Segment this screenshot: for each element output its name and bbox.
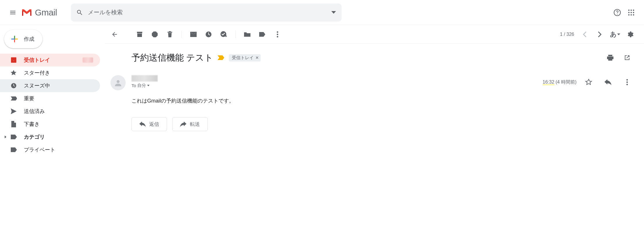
svg-point-2: [631, 9, 632, 11]
svg-point-19: [627, 84, 628, 85]
inbox-chip-label: 受信トレイ: [232, 55, 254, 61]
caret-right-icon: [5, 135, 6, 138]
sidebar: 作成 受信トレイ スター付き スヌーズ中 重要 送信済み: [0, 25, 105, 156]
chip-remove-icon[interactable]: ✕: [255, 55, 259, 60]
mail-unread-icon: [190, 31, 197, 37]
message-subject: 予約送信機能 テスト: [131, 52, 213, 64]
star-message-button[interactable]: [582, 75, 596, 89]
sidebar-item-drafts[interactable]: 下書き: [0, 118, 100, 131]
settings-button[interactable]: [623, 27, 637, 41]
open-new-icon: [624, 54, 630, 61]
archive-icon: [136, 31, 143, 38]
send-icon: [10, 108, 17, 115]
sidebar-item-private[interactable]: プライベート: [0, 143, 100, 156]
spam-button[interactable]: [148, 27, 162, 41]
star-icon: [10, 70, 17, 76]
message-time: 16:32: [543, 80, 554, 84]
reply-button[interactable]: 返信: [131, 117, 167, 131]
separator: [182, 31, 182, 38]
sender-name-redacted: [131, 75, 158, 82]
to-prefix: To: [131, 83, 136, 88]
sidebar-item-label: 受信トレイ: [24, 57, 76, 64]
mark-unread-button[interactable]: [186, 27, 200, 41]
svg-point-9: [633, 14, 634, 15]
sidebar-item-categories[interactable]: カテゴリ: [0, 131, 100, 143]
to-target: 自分: [137, 83, 146, 88]
reply-icon: [139, 121, 146, 127]
main-menu-button[interactable]: [6, 6, 20, 20]
sidebar-item-label: 送信済み: [24, 108, 93, 115]
message-more-button[interactable]: [620, 75, 634, 89]
compose-label: 作成: [24, 36, 34, 43]
google-apps-button[interactable]: [624, 6, 638, 20]
inbox-icon: [10, 57, 17, 63]
sidebar-item-label: 下書き: [24, 121, 93, 128]
older-button[interactable]: [578, 27, 592, 41]
sidebar-item-inbox[interactable]: 受信トレイ: [0, 54, 100, 66]
labels-button[interactable]: [255, 27, 269, 41]
move-button[interactable]: [240, 27, 254, 41]
sidebar-item-starred[interactable]: スター付き: [0, 66, 100, 79]
open-new-window-button[interactable]: [620, 51, 634, 65]
draft-icon: [11, 121, 17, 127]
gmail-logo-text: Gmail: [35, 8, 57, 17]
input-language-indicator: あ: [610, 30, 617, 39]
star-outline-icon: [585, 79, 592, 86]
svg-point-4: [628, 12, 630, 13]
sidebar-item-label: スター付き: [24, 69, 93, 76]
gear-icon: [627, 31, 634, 38]
compose-button[interactable]: 作成: [4, 30, 42, 48]
back-button[interactable]: [108, 27, 122, 41]
forward-button[interactable]: 転送: [172, 117, 208, 131]
caret-down-icon: [617, 34, 620, 35]
more-button[interactable]: [271, 27, 284, 41]
snooze-button[interactable]: [202, 27, 216, 41]
help-icon: [613, 9, 621, 16]
svg-point-18: [627, 82, 628, 83]
trash-icon: [167, 31, 173, 38]
svg-point-7: [628, 14, 630, 15]
svg-point-14: [277, 34, 278, 35]
menu-icon: [9, 9, 16, 16]
sidebar-item-label: カテゴリ: [24, 133, 93, 140]
input-tools-button[interactable]: あ: [608, 27, 622, 41]
svg-point-17: [627, 79, 628, 81]
importance-marker[interactable]: [217, 55, 225, 60]
search-options-icon[interactable]: [331, 10, 336, 15]
delete-button[interactable]: [163, 27, 177, 41]
gmail-logo[interactable]: Gmail: [21, 8, 57, 17]
gmail-logo-icon: [21, 8, 33, 17]
sidebar-item-important[interactable]: 重要: [0, 92, 100, 105]
sidebar-item-sent[interactable]: 送信済み: [0, 105, 100, 118]
sidebar-item-snoozed[interactable]: スヌーズ中: [0, 79, 100, 92]
sender-avatar[interactable]: [111, 75, 126, 90]
forward-icon: [180, 121, 186, 127]
search-box[interactable]: [71, 3, 341, 22]
svg-point-3: [633, 9, 634, 11]
svg-point-15: [277, 36, 278, 37]
sidebar-item-label: プライベート: [24, 146, 93, 153]
search-input[interactable]: [88, 9, 326, 16]
more-vert-icon: [277, 31, 278, 38]
clock-icon: [205, 31, 212, 38]
move-to-icon: [244, 31, 251, 37]
inbox-chip[interactable]: 受信トレイ ✕: [229, 54, 261, 61]
apps-grid-icon: [628, 9, 634, 16]
label-icon: [10, 147, 17, 152]
arrow-left-icon: [111, 31, 118, 38]
sidebar-item-label: スヌーズ中: [24, 82, 93, 89]
archive-button[interactable]: [133, 27, 147, 41]
svg-point-8: [631, 14, 632, 15]
content-area: 1 / 326 あ 予約送信機能 テスト: [105, 25, 644, 156]
newer-button[interactable]: [593, 27, 607, 41]
print-button[interactable]: [603, 51, 617, 65]
report-spam-icon: [152, 31, 158, 38]
sender-to-line[interactable]: To 自分: [131, 83, 543, 88]
clock-icon: [10, 82, 17, 89]
reply-label: 返信: [149, 121, 159, 128]
print-icon: [607, 54, 614, 61]
caret-down-icon: [147, 85, 150, 86]
support-button[interactable]: [610, 6, 624, 20]
reply-icon-button[interactable]: [601, 75, 615, 89]
add-task-button[interactable]: [217, 27, 231, 41]
